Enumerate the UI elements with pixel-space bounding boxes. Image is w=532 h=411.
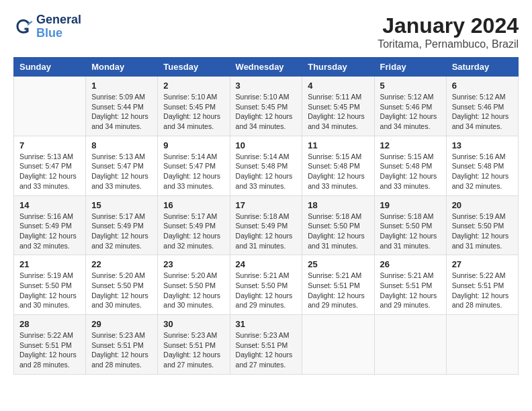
day-info: Sunrise: 5:12 AMSunset: 5:46 PMDaylight:… xyxy=(380,92,441,132)
day-cell: 27Sunrise: 5:22 AMSunset: 5:51 PMDayligh… xyxy=(446,255,518,315)
day-number: 19 xyxy=(380,200,441,210)
day-info: Sunrise: 5:23 AMSunset: 5:51 PMDaylight:… xyxy=(91,330,152,370)
day-cell: 12Sunrise: 5:15 AMSunset: 5:48 PMDayligh… xyxy=(374,136,446,195)
day-number: 8 xyxy=(91,140,152,150)
day-info: Sunrise: 5:18 AMSunset: 5:49 PMDaylight:… xyxy=(236,212,297,251)
day-cell: 31Sunrise: 5:23 AMSunset: 5:51 PMDayligh… xyxy=(230,315,302,375)
week-row-3: 14Sunrise: 5:16 AMSunset: 5:49 PMDayligh… xyxy=(14,195,519,255)
week-row-2: 7Sunrise: 5:13 AMSunset: 5:47 PMDaylight… xyxy=(14,136,519,195)
day-cell: 30Sunrise: 5:23 AMSunset: 5:51 PMDayligh… xyxy=(158,315,230,375)
day-number: 20 xyxy=(452,200,513,210)
day-info: Sunrise: 5:15 AMSunset: 5:48 PMDaylight:… xyxy=(308,152,368,191)
day-cell: 3Sunrise: 5:10 AMSunset: 5:45 PMDaylight… xyxy=(230,77,302,136)
day-info: Sunrise: 5:18 AMSunset: 5:50 PMDaylight:… xyxy=(308,212,368,251)
day-cell: 5Sunrise: 5:12 AMSunset: 5:46 PMDaylight… xyxy=(374,77,446,136)
logo-icon xyxy=(13,17,34,37)
day-number: 3 xyxy=(236,81,297,91)
day-number: 31 xyxy=(236,319,297,329)
day-info: Sunrise: 5:17 AMSunset: 5:49 PMDaylight:… xyxy=(91,212,152,251)
day-info: Sunrise: 5:18 AMSunset: 5:50 PMDaylight:… xyxy=(380,212,441,251)
day-cell: 4Sunrise: 5:11 AMSunset: 5:45 PMDaylight… xyxy=(302,77,374,136)
logo-text: General Blue xyxy=(36,13,81,40)
day-info: Sunrise: 5:20 AMSunset: 5:50 PMDaylight:… xyxy=(163,271,224,310)
day-info: Sunrise: 5:23 AMSunset: 5:51 PMDaylight:… xyxy=(163,330,224,370)
day-cell: 11Sunrise: 5:15 AMSunset: 5:48 PMDayligh… xyxy=(302,136,374,195)
calendar-table: SundayMondayTuesdayWednesdayThursdayFrid… xyxy=(13,57,519,375)
day-info: Sunrise: 5:13 AMSunset: 5:47 PMDaylight:… xyxy=(19,152,80,191)
header-friday: Friday xyxy=(374,58,446,77)
day-info: Sunrise: 5:17 AMSunset: 5:49 PMDaylight:… xyxy=(163,212,224,251)
day-cell xyxy=(14,77,86,136)
day-cell: 23Sunrise: 5:20 AMSunset: 5:50 PMDayligh… xyxy=(158,255,230,315)
day-info: Sunrise: 5:13 AMSunset: 5:47 PMDaylight:… xyxy=(91,152,152,191)
header-wednesday: Wednesday xyxy=(230,58,302,77)
day-cell: 1Sunrise: 5:09 AMSunset: 5:44 PMDaylight… xyxy=(86,77,158,136)
day-cell: 18Sunrise: 5:18 AMSunset: 5:50 PMDayligh… xyxy=(302,195,374,255)
day-info: Sunrise: 5:19 AMSunset: 5:50 PMDaylight:… xyxy=(452,212,513,251)
day-info: Sunrise: 5:22 AMSunset: 5:51 PMDaylight:… xyxy=(19,330,80,370)
day-cell: 9Sunrise: 5:14 AMSunset: 5:47 PMDaylight… xyxy=(158,136,230,195)
week-row-1: 1Sunrise: 5:09 AMSunset: 5:44 PMDaylight… xyxy=(14,77,519,136)
day-info: Sunrise: 5:09 AMSunset: 5:44 PMDaylight:… xyxy=(91,92,152,132)
day-number: 6 xyxy=(452,81,513,91)
day-number: 28 xyxy=(19,319,80,329)
day-number: 5 xyxy=(380,81,441,91)
day-number: 17 xyxy=(236,200,297,210)
day-info: Sunrise: 5:22 AMSunset: 5:51 PMDaylight:… xyxy=(452,271,513,310)
day-number: 10 xyxy=(236,140,297,150)
header-saturday: Saturday xyxy=(446,58,518,77)
day-number: 4 xyxy=(308,81,368,91)
header-tuesday: Tuesday xyxy=(158,58,230,77)
day-info: Sunrise: 5:10 AMSunset: 5:45 PMDaylight:… xyxy=(163,92,224,132)
day-info: Sunrise: 5:14 AMSunset: 5:47 PMDaylight:… xyxy=(163,152,224,191)
day-number: 29 xyxy=(91,319,152,329)
day-info: Sunrise: 5:14 AMSunset: 5:48 PMDaylight:… xyxy=(236,152,297,191)
day-cell: 29Sunrise: 5:23 AMSunset: 5:51 PMDayligh… xyxy=(86,315,158,375)
day-info: Sunrise: 5:11 AMSunset: 5:45 PMDaylight:… xyxy=(308,92,368,132)
title-area: January 2024 Toritama, Pernambuco, Brazi… xyxy=(378,13,519,50)
day-number: 2 xyxy=(163,81,224,91)
day-number: 30 xyxy=(163,319,224,329)
day-number: 14 xyxy=(19,200,80,210)
day-number: 16 xyxy=(163,200,224,210)
day-number: 25 xyxy=(308,259,368,269)
day-number: 1 xyxy=(91,81,152,91)
day-number: 7 xyxy=(19,140,80,150)
day-cell xyxy=(446,315,518,375)
day-cell xyxy=(302,315,374,375)
day-cell: 15Sunrise: 5:17 AMSunset: 5:49 PMDayligh… xyxy=(86,195,158,255)
day-cell: 24Sunrise: 5:21 AMSunset: 5:50 PMDayligh… xyxy=(230,255,302,315)
month-year-title: January 2024 xyxy=(378,13,519,38)
day-cell xyxy=(374,315,446,375)
day-info: Sunrise: 5:23 AMSunset: 5:51 PMDaylight:… xyxy=(236,330,297,370)
day-info: Sunrise: 5:20 AMSunset: 5:50 PMDaylight:… xyxy=(91,271,152,310)
day-cell: 6Sunrise: 5:12 AMSunset: 5:46 PMDaylight… xyxy=(446,77,518,136)
day-number: 22 xyxy=(91,259,152,269)
day-number: 24 xyxy=(236,259,297,269)
day-cell: 20Sunrise: 5:19 AMSunset: 5:50 PMDayligh… xyxy=(446,195,518,255)
logo: General Blue xyxy=(13,13,81,40)
day-info: Sunrise: 5:21 AMSunset: 5:51 PMDaylight:… xyxy=(380,271,441,310)
day-cell: 21Sunrise: 5:19 AMSunset: 5:50 PMDayligh… xyxy=(14,255,86,315)
day-info: Sunrise: 5:19 AMSunset: 5:50 PMDaylight:… xyxy=(19,271,80,310)
header-thursday: Thursday xyxy=(302,58,374,77)
day-number: 9 xyxy=(163,140,224,150)
location-subtitle: Toritama, Pernambuco, Brazil xyxy=(378,38,519,50)
day-info: Sunrise: 5:16 AMSunset: 5:48 PMDaylight:… xyxy=(452,152,513,191)
day-cell: 10Sunrise: 5:14 AMSunset: 5:48 PMDayligh… xyxy=(230,136,302,195)
day-cell: 2Sunrise: 5:10 AMSunset: 5:45 PMDaylight… xyxy=(158,77,230,136)
day-number: 13 xyxy=(452,140,513,150)
day-cell: 22Sunrise: 5:20 AMSunset: 5:50 PMDayligh… xyxy=(86,255,158,315)
day-info: Sunrise: 5:21 AMSunset: 5:50 PMDaylight:… xyxy=(236,271,297,310)
week-row-4: 21Sunrise: 5:19 AMSunset: 5:50 PMDayligh… xyxy=(14,255,519,315)
header-sunday: Sunday xyxy=(14,58,86,77)
header-monday: Monday xyxy=(86,58,158,77)
day-cell: 8Sunrise: 5:13 AMSunset: 5:47 PMDaylight… xyxy=(86,136,158,195)
day-info: Sunrise: 5:15 AMSunset: 5:48 PMDaylight:… xyxy=(380,152,441,191)
day-cell: 19Sunrise: 5:18 AMSunset: 5:50 PMDayligh… xyxy=(374,195,446,255)
day-info: Sunrise: 5:21 AMSunset: 5:51 PMDaylight:… xyxy=(308,271,368,310)
day-number: 12 xyxy=(380,140,441,150)
day-cell: 7Sunrise: 5:13 AMSunset: 5:47 PMDaylight… xyxy=(14,136,86,195)
day-info: Sunrise: 5:10 AMSunset: 5:45 PMDaylight:… xyxy=(236,92,297,132)
calendar-header-row: SundayMondayTuesdayWednesdayThursdayFrid… xyxy=(14,58,519,77)
